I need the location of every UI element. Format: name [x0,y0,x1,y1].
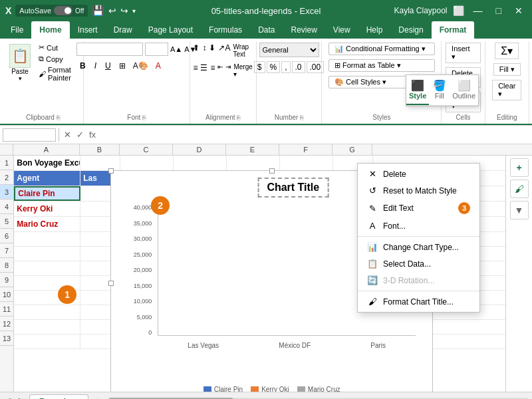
row-num-7[interactable]: 7 [0,243,13,258]
row-num-5[interactable]: 5 [0,214,13,229]
font-color-btn[interactable]: A [153,61,164,71]
ribbon-display-btn[interactable]: ⬜ [453,5,464,16]
tab-pagelayout[interactable]: Page Layout [140,21,201,39]
underline-btn[interactable]: U [102,60,114,72]
align-middle-btn[interactable]: ↕ [201,43,207,59]
row-num-1[interactable]: 1 [0,156,13,170]
col-header-A[interactable]: A [13,144,80,155]
next-sheet-btn[interactable]: ▶ [15,394,29,399]
number-format-select[interactable]: General [259,43,319,57]
bold-btn[interactable]: B [76,60,89,72]
chart-title[interactable]: Chart Title [257,178,329,198]
maximize-btn[interactable]: □ [492,4,505,17]
clear-btn[interactable]: Clear ▾ [492,80,521,100]
align-bottom-btn[interactable]: ⬇ [208,43,216,59]
cell-A2[interactable]: Agent [14,171,80,186]
cell-A11[interactable] [14,305,80,320]
align-left-btn[interactable]: ≡ [192,63,198,78]
cfp-tab-style[interactable]: ⬛ Style [406,75,429,105]
tab-view[interactable]: View [325,21,358,39]
wrap-text-btn[interactable]: Wrap Text [232,43,253,59]
quick-access-more[interactable]: ▾ [132,7,136,15]
formula-input[interactable] [100,130,529,140]
sheet-tab-excursions[interactable]: Excursions [29,394,88,400]
cell-A1[interactable]: Bon Voyage Excursions [14,156,80,170]
decrease-decimal-btn[interactable]: .0 [292,61,305,73]
save-icon[interactable]: 💾 [92,5,104,17]
tab-help[interactable]: Help [358,21,391,39]
increase-decimal-btn[interactable]: .00 [307,61,325,73]
copy-button[interactable]: ⧉Copy [37,54,78,64]
minimize-btn[interactable]: — [469,4,487,17]
autosave-toggle[interactable]: AutoSave Off [15,5,88,17]
ctx-font[interactable]: A Font... [358,217,479,234]
row-num-12[interactable]: 12 [0,317,13,331]
tab-insert[interactable]: Insert [70,21,106,39]
chart-handle-tl[interactable] [108,168,114,174]
font-grow-btn[interactable]: A▲ [170,45,182,53]
chart-styles-btn[interactable]: 🖌 [510,180,529,198]
cell-F1[interactable] [280,156,333,170]
undo-btn[interactable]: ↩ [108,5,116,16]
ctx-format-chart-title[interactable]: 🖌 Format Chart Title... [358,293,479,310]
cut-button[interactable]: ✂Cut [37,43,78,53]
row-num-4[interactable]: 4 [0,200,13,214]
col-header-C[interactable]: C [120,144,173,155]
cell-B1[interactable] [80,156,120,170]
row-num-8[interactable]: 8 [0,258,13,273]
currency-btn[interactable]: $ [254,61,265,73]
border-btn[interactable]: ⊞ [116,61,128,71]
formula-function-btn[interactable]: fx [87,130,98,140]
row-num-3[interactable]: 3 [0,185,13,200]
increase-indent-btn[interactable]: ⇥ [225,63,231,78]
add-sheet-btn[interactable]: + [88,394,104,400]
ctx-reset-style[interactable]: ↺ Reset to Match Style [358,182,479,199]
paste-arrow[interactable]: ▾ [19,75,22,82]
cell-D1[interactable] [174,156,227,170]
row-num-2[interactable]: 2 [0,170,13,185]
col-header-B[interactable]: B [80,144,120,155]
ctx-change-chart-type[interactable]: 📊 Change Chart Type... [358,239,479,255]
insert-cells-btn[interactable]: Insert ▾ [446,43,481,63]
ctx-delete[interactable]: ✕ Delete [358,166,479,182]
font-name-input[interactable]: Calibri (Body) [76,43,143,56]
merge-cells-btn[interactable]: Merge ▾ [233,63,253,78]
add-chart-element-btn[interactable]: + [510,158,529,177]
angle-text-btn[interactable]: ↗A [217,43,231,59]
row-num-13[interactable]: 13 [0,331,13,346]
cell-A13[interactable] [14,334,80,349]
sum-btn[interactable]: Σ▾ [495,43,519,59]
row-num-11[interactable]: 11 [0,302,13,317]
percent-btn[interactable]: % [267,61,281,73]
ctx-edit-text[interactable]: ✎ Edit Text 3 [358,199,479,217]
format-painter-button[interactable]: 🖌Format Painter [37,65,78,82]
tab-format[interactable]: Format [432,21,475,39]
ctx-select-data[interactable]: 📋 Select Data... [358,255,479,272]
fill-color-btn[interactable]: A🎨 [130,61,151,71]
cell-A5[interactable]: Mario Cruz [14,217,80,231]
italic-btn[interactable]: I [91,60,100,72]
decrease-indent-btn[interactable]: ⇤ [217,63,223,78]
cfp-tab-fill[interactable]: 🪣 Fill [429,75,450,105]
font-size-input[interactable]: 14 [145,43,168,56]
comma-btn[interactable]: , [281,61,290,73]
col-header-F[interactable]: F [279,144,332,155]
align-center-btn[interactable]: ☰ [200,63,208,78]
name-box[interactable]: Chart 2 [3,128,56,142]
row-num-9[interactable]: 9 [0,273,13,287]
autosave-switch[interactable] [54,6,72,15]
paste-button[interactable]: 📋 Paste ▾ [8,43,32,83]
cell-A6[interactable] [14,232,80,247]
tab-draw[interactable]: Draw [106,21,140,39]
cell-A8[interactable] [14,261,80,276]
row-num-10[interactable]: 10 [0,287,13,302]
col-header-D[interactable]: D [173,144,226,155]
cell-A3[interactable]: Claire Pin [14,186,80,201]
cfp-tab-outline[interactable]: ⬜ Outline [450,75,478,105]
conditional-formatting-btn[interactable]: 📊 Conditional Formatting ▾ [329,43,435,55]
tab-design[interactable]: Design [390,21,431,39]
format-as-table-btn[interactable]: ⊞ Format as Table ▾ [329,59,435,72]
cell-A4[interactable]: Kerry Oki [14,201,80,216]
align-right-btn[interactable]: ≡ [209,63,215,78]
chart-handle-tc[interactable] [269,168,275,174]
